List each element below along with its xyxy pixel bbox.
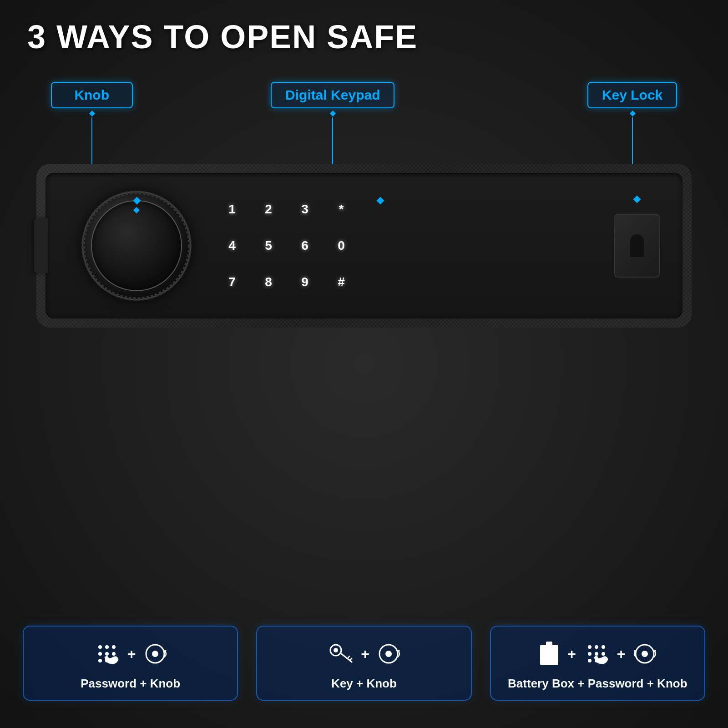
keypad-key-4: 4 (218, 232, 246, 259)
keypad-key-1: 1 (218, 196, 246, 223)
svg-point-16 (334, 648, 338, 652)
svg-point-30 (602, 652, 605, 656)
safe-handle (34, 218, 48, 273)
plus-3: + (567, 646, 576, 662)
svg-rect-24 (546, 642, 552, 646)
instruction-password-knob: + Password + Knob (23, 626, 238, 701)
svg-point-25 (588, 645, 592, 649)
svg-point-4 (98, 645, 102, 649)
keypad-key-#: # (328, 268, 355, 296)
battery-icon (538, 640, 561, 667)
keypad-key-2: 2 (255, 196, 282, 223)
svg-point-10 (98, 659, 102, 662)
page-container: 3 WAYS TO OPEN SAFE Knob Digital Keypad … (0, 0, 728, 728)
keypad-key-7: 7 (218, 268, 246, 296)
plus-4: + (617, 646, 626, 662)
instruction-icons-1: + (93, 640, 168, 667)
keylock-diamond (633, 196, 641, 203)
safe-knob (82, 191, 191, 300)
key-icon (327, 640, 354, 667)
keypad-key-9: 9 (291, 268, 318, 296)
key-hole (630, 234, 644, 257)
instruction-label-2: Key + Knob (331, 677, 397, 691)
svg-point-21 (385, 651, 392, 657)
svg-point-26 (595, 645, 598, 649)
knob-rotate-icon (143, 642, 168, 667)
safe-container: 123*4560789# (36, 136, 692, 337)
key-lock-label: Key Lock (587, 82, 677, 108)
instruction-icons-3: + + (538, 640, 657, 667)
instruction-key-knob: + Key + Knob (256, 626, 471, 701)
svg-point-34 (642, 651, 648, 657)
svg-point-5 (105, 645, 109, 649)
instruction-icons-2: + (327, 640, 401, 667)
svg-point-29 (595, 652, 598, 656)
knob-outer (82, 191, 191, 300)
instruction-battery-password-knob: + + (490, 626, 705, 701)
keypad-key-5: 5 (255, 232, 282, 259)
page-title: 3 WAYS TO OPEN SAFE (27, 18, 418, 56)
keypad-key-0: 0 (328, 232, 355, 259)
knob-inner (91, 200, 182, 291)
keypad-top-diamond (377, 197, 384, 205)
svg-point-27 (602, 645, 605, 649)
svg-point-28 (588, 652, 592, 656)
knob-icon-2 (376, 642, 401, 667)
svg-point-9 (112, 652, 116, 656)
knob-label: Knob (51, 82, 133, 108)
knob-icon-3 (632, 642, 657, 667)
svg-point-31 (588, 659, 592, 662)
password-icon-2 (583, 640, 610, 667)
safe-body: 123*4560789# (36, 164, 692, 328)
instruction-label-1: Password + Knob (81, 677, 180, 691)
plus-1: + (127, 646, 136, 662)
password-icon (93, 640, 121, 667)
safe-face: 123*4560789# (46, 173, 682, 318)
svg-line-18 (348, 656, 349, 658)
keypad-key-6: 6 (291, 232, 318, 259)
svg-point-13 (152, 651, 158, 657)
plus-2: + (361, 646, 369, 662)
keypad-key-3: 3 (291, 196, 318, 223)
svg-line-19 (350, 658, 352, 660)
svg-point-6 (112, 645, 116, 649)
keypad: 123*4560789# (218, 196, 355, 296)
svg-rect-23 (540, 645, 558, 665)
svg-point-7 (98, 652, 102, 656)
key-lock (614, 214, 660, 278)
knob-indicator (133, 207, 140, 213)
keypad-key-8: 8 (255, 268, 282, 296)
digital-keypad-label: Digital Keypad (271, 82, 394, 108)
instruction-label-3: Battery Box + Password + Knob (508, 677, 687, 691)
svg-point-8 (105, 652, 109, 656)
instructions-row: + Password + Knob (23, 626, 705, 701)
keypad-key-*: * (328, 196, 355, 223)
